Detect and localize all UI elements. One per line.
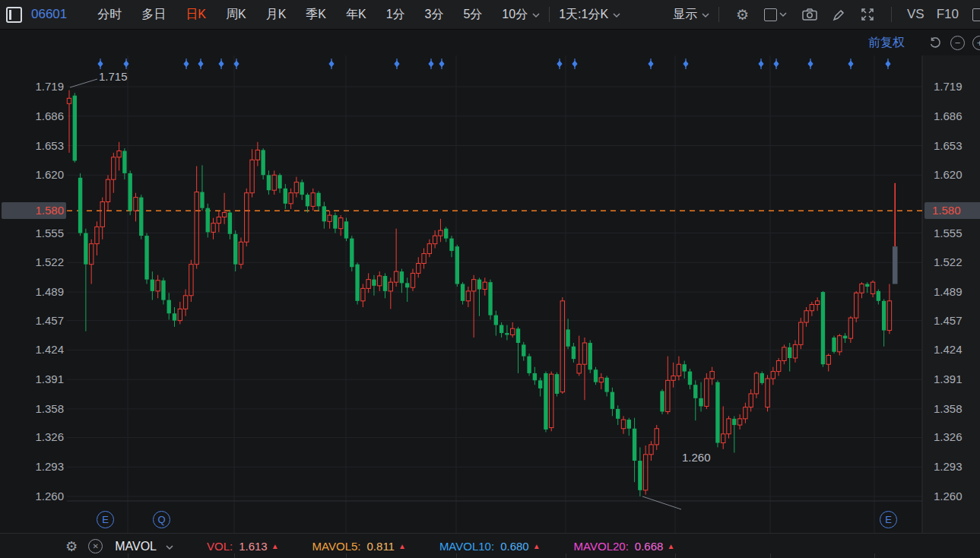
toolbar: 06601 分时多日日K周K月K季K年K1分3分5分10分 1天:1分K 显示 … [0,0,980,30]
divider [718,7,719,22]
y-tick-right: 1.260 [934,489,963,504]
indicator-value: 0.668 [635,540,664,553]
tab-月K[interactable]: 月K [266,7,287,23]
fullscreen-icon[interactable] [861,8,874,21]
y-tick-left: 1.358 [0,401,64,417]
indicator-mavol10: MAVOL10:0.680▲ [439,540,541,553]
low-annotation: 1.260 [682,451,711,464]
y-tick-left: 1.260 [0,489,64,504]
chevron-down-icon[interactable] [532,8,540,21]
panel-icon[interactable] [972,8,980,21]
tab-5分[interactable]: 5分 [463,7,482,23]
indicator-vol: VOL:1.613▲ [207,540,279,553]
reset-zoom-icon[interactable] [928,36,943,49]
close-indicator-icon[interactable]: ✕ [88,539,103,553]
camera-icon[interactable] [802,8,817,21]
candlestick-chart[interactable] [0,55,980,533]
grid-stub [128,553,128,558]
indicator-values: VOL:1.613▲MAVOL5:0.811▲MAVOL10:0.680▲MAV… [173,540,674,553]
y-tick-right: 1.457 [934,313,963,328]
y-tick-right: 1.424 [934,342,963,357]
kline-tab-list: 分时多日日K周K月K季K年K1分3分5分10分 [78,7,528,23]
y-tick-right: 1.391 [934,372,963,387]
tab-10分[interactable]: 10分 [502,7,528,23]
y-tick-left: 1.719 [0,79,64,94]
chevron-down-icon[interactable] [166,540,173,553]
chart-style-icon[interactable] [764,8,787,21]
indicator-label: VOL: [207,540,233,553]
tab-日K[interactable]: 日K [186,7,206,23]
y-tick-right: 1.620 [934,167,963,182]
divider [549,7,550,22]
tab-季K[interactable]: 季K [306,7,326,23]
y-tick-left: 1.555 [0,226,64,241]
display-menu[interactable]: 显示 [673,7,697,23]
y-tick-left: 1.391 [0,372,64,387]
grid-stub [770,553,771,558]
y-tick-left: 1.522 [0,255,64,270]
zoom-out-icon[interactable]: − [950,36,965,50]
adjustment-mode[interactable]: 前复权 [868,35,905,51]
grid-stub [566,553,566,558]
period-selector[interactable]: 1天:1分K [559,7,608,23]
y-tick-left: 1.620 [0,167,64,182]
y-tick-left: 1.489 [0,284,64,300]
candles-series [67,90,897,496]
up-triangle-icon: ▲ [533,542,541,550]
y-tick-left: 1.424 [0,342,64,357]
trading-app: 06601 分时多日日K周K月K季K年K1分3分5分10分 1天:1分K 显示 … [0,0,980,558]
chevron-down-icon[interactable] [613,8,620,21]
indicator-label: MAVOL5: [312,540,361,553]
grid-stub [456,553,457,558]
indicator-settings-icon[interactable]: ⚙ [65,538,78,555]
divider [891,7,892,22]
indicator-label: MAVOL10: [439,540,494,553]
event-icon-E[interactable]: E [880,511,897,528]
event-icon-Q[interactable]: Q [153,511,170,528]
y-tick-right: 1.293 [934,459,963,474]
window-icon[interactable] [6,7,22,23]
y-tick-right: 1.719 [934,79,963,94]
grid-stub [234,553,235,558]
tab-3分[interactable]: 3分 [425,7,444,23]
up-triangle-icon: ▲ [398,542,406,550]
y-tick-right: 1.489 [934,284,963,300]
f10-button[interactable]: F10 [937,7,959,22]
indicator-value: 0.811 [367,540,395,553]
indicator-value: 0.680 [500,540,529,553]
y-tick-left: 1.457 [0,313,64,328]
y-tick-left: 1.326 [0,430,64,445]
price-badge-left: 1.580 [2,202,66,219]
tab-年K[interactable]: 年K [346,7,366,23]
indicator-label: MAVOL20: [574,540,629,553]
event-icon-E[interactable]: E [97,511,114,528]
tab-分时[interactable]: 分时 [97,7,122,23]
pencil-icon[interactable] [833,8,845,21]
chart-region: 1.7191.7191.6861.6861.6531.6531.6201.620… [0,55,980,533]
indicator-selector[interactable]: MAVOL [115,540,157,553]
indicator-mavol20: MAVOL20:0.668▲ [574,540,675,553]
tab-1分[interactable]: 1分 [386,7,405,23]
price-badge-right: 1.580 [924,202,980,219]
zoom-in-icon[interactable]: + [972,36,980,50]
tab-多日[interactable]: 多日 [141,7,166,23]
stock-code[interactable]: 06601 [31,7,67,22]
y-tick-right: 1.653 [934,138,963,154]
event-diamond-markers[interactable] [97,59,890,69]
grid-stub [675,553,676,558]
gear-icon[interactable]: ⚙ [736,6,749,24]
grid-stub [874,553,875,558]
indicator-bar: ⚙ ✕ MAVOL VOL:1.613▲MAVOL5:0.811▲MAVOL10… [0,533,980,558]
toolbar-right: 显示 ⚙ [673,6,980,24]
gridlines [67,55,922,533]
tab-周K[interactable]: 周K [226,7,246,23]
chevron-down-icon[interactable] [702,8,709,21]
y-tick-right: 1.555 [934,226,963,241]
up-triangle-icon: ▲ [667,542,674,550]
indicator-value: 1.613 [239,540,268,553]
y-tick-right: 1.326 [934,430,963,445]
y-tick-left: 1.653 [0,138,64,154]
y-tick-right: 1.358 [934,401,963,417]
annotation-line [70,79,97,87]
vs-button[interactable]: VS [907,7,924,22]
